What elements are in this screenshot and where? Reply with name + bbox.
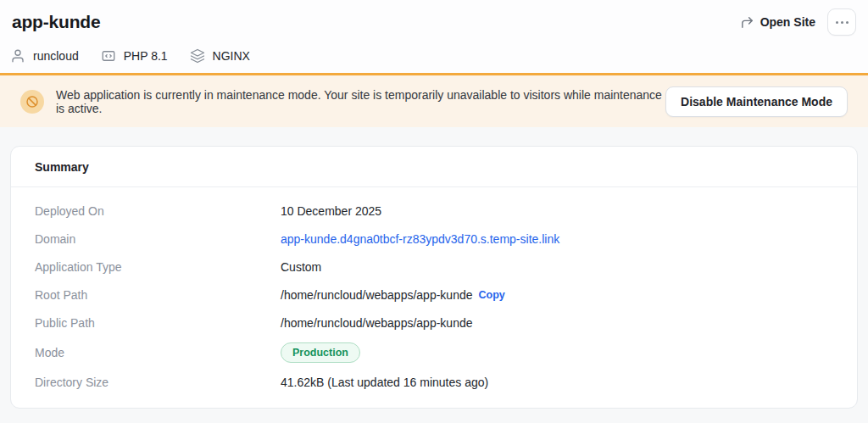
disable-maintenance-button[interactable]: Disable Maintenance Mode <box>665 86 848 117</box>
prohibition-icon <box>20 90 44 114</box>
open-site-label: Open Site <box>760 15 815 29</box>
meta-item-webserver: NGINX <box>190 48 250 64</box>
domain-link[interactable]: app-kunde.d4gna0tbcf-rz83ypdv3d70.s.temp… <box>281 232 559 246</box>
row-root-path: Root Path /home/runcloud/webapps/app-kun… <box>35 281 833 309</box>
nginx-icon <box>190 48 205 64</box>
row-label: Deployed On <box>35 204 281 218</box>
open-site-button[interactable]: Open Site <box>740 15 815 30</box>
row-label: Directory Size <box>35 376 281 389</box>
row-label: Public Path <box>35 316 281 330</box>
deployed-on-value: 10 December 2025 <box>281 204 381 218</box>
row-label: Domain <box>35 232 281 246</box>
application-type-value: Custom <box>281 260 321 274</box>
maintenance-message: Web application is currently in maintena… <box>56 88 665 115</box>
page-title: app-kunde <box>12 12 100 32</box>
row-mode: Mode Production <box>35 337 833 368</box>
row-label: Application Type <box>35 260 281 274</box>
php-version-label: PHP 8.1 <box>124 49 168 63</box>
root-path-value: /home/runcloud/webapps/app-kunde <box>281 288 473 302</box>
row-application-type: Application Type Custom <box>35 253 833 281</box>
row-directory-size: Directory Size 41.62kB (Last updated 16 … <box>35 368 833 396</box>
copy-root-path-link[interactable]: Copy <box>479 289 505 301</box>
ellipsis-icon <box>836 21 849 24</box>
row-deployed-on: Deployed On 10 December 2025 <box>35 197 833 225</box>
row-label: Mode <box>35 346 281 359</box>
summary-card-body: Deployed On 10 December 2025 Domain app-… <box>11 187 857 408</box>
directory-size-value: 41.62kB (Last updated 16 minutes ago) <box>281 376 488 389</box>
meta-item-php: PHP 8.1 <box>101 48 168 64</box>
user-icon <box>10 48 25 64</box>
meta-item-owner: runcloud <box>10 48 79 64</box>
row-domain: Domain app-kunde.d4gna0tbcf-rz83ypdv3d70… <box>35 225 833 253</box>
mode-badge: Production <box>281 342 360 363</box>
row-label: Root Path <box>35 288 281 302</box>
maintenance-banner: Web application is currently in maintena… <box>0 73 868 127</box>
row-public-path: Public Path /home/runcloud/webapps/app-k… <box>35 309 833 337</box>
summary-card: Summary Deployed On 10 December 2025 Dom… <box>10 146 858 409</box>
public-path-value: /home/runcloud/webapps/app-kunde <box>281 316 473 330</box>
summary-card-header: Summary <box>11 147 857 187</box>
summary-title: Summary <box>35 160 833 174</box>
app-meta-row: runcloud PHP 8.1 NGINX <box>10 48 856 64</box>
more-options-button[interactable] <box>827 8 856 36</box>
page-header: app-kunde Open Site <box>0 0 868 73</box>
webserver-label: NGINX <box>213 49 250 63</box>
owner-label: runcloud <box>33 49 79 63</box>
php-icon <box>101 48 116 64</box>
corner-up-right-icon <box>740 15 754 30</box>
